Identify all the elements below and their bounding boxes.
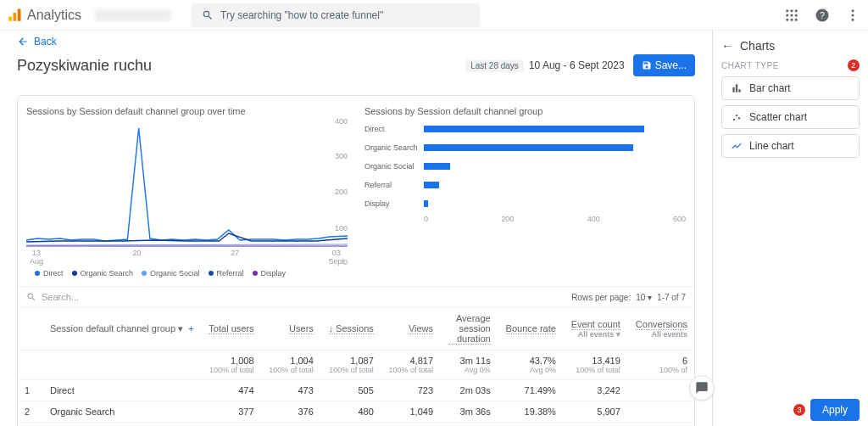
svg-rect-1: [14, 13, 17, 21]
svg-point-3: [786, 9, 788, 12]
bar-row: Display: [364, 194, 686, 213]
bar-chart-icon: [731, 82, 743, 94]
feedback-button[interactable]: [689, 375, 715, 401]
svg-point-4: [791, 9, 793, 12]
bar-chart: DirectOrganic SearchOrganic SocialReferr…: [364, 120, 686, 213]
svg-point-9: [786, 18, 788, 20]
chart-legend: DirectOrganic SearchOrganic SocialReferr…: [26, 264, 348, 286]
legend-item[interactable]: Organic Search: [72, 269, 134, 277]
table-search[interactable]: Search...: [26, 292, 565, 302]
chart-type-scatter[interactable]: Scatter chart: [721, 105, 860, 129]
annotation-badge-3: 3: [793, 404, 805, 416]
chart-type-bar[interactable]: Bar chart: [721, 76, 860, 100]
more-icon[interactable]: [844, 7, 861, 24]
date-preset-pill[interactable]: Last 28 days: [465, 59, 524, 72]
line-chart: 400 300 200 100 0: [26, 120, 348, 264]
add-dimension-button[interactable]: +: [188, 323, 193, 334]
bar-chart-title: Sessions by Session default channel grou…: [364, 106, 686, 116]
account-selector[interactable]: [95, 9, 171, 21]
svg-rect-2: [18, 8, 21, 20]
panel-back-button[interactable]: ←: [721, 39, 733, 53]
charts-side-panel: ← Charts CHART TYPE 2 Bar chart Scatter …: [712, 31, 868, 426]
svg-point-14: [852, 9, 854, 12]
main-content: Back Pozyskiwanie ruchu Last 28 days 10 …: [0, 31, 712, 426]
annotation-badge-2: 2: [848, 59, 860, 71]
legend-item[interactable]: Direct: [35, 269, 64, 277]
bar-row: Referral: [364, 176, 686, 194]
back-label: Back: [34, 36, 57, 48]
svg-point-15: [852, 14, 854, 16]
date-range[interactable]: 10 Aug - 6 Sept 2023: [529, 59, 625, 71]
app-logo: Analytics: [7, 8, 81, 23]
search-icon: [26, 292, 36, 302]
svg-point-10: [791, 18, 793, 20]
rows-per-page-select[interactable]: 10 ▾: [636, 293, 652, 302]
svg-point-6: [786, 14, 788, 16]
search-icon: [202, 9, 214, 21]
help-icon[interactable]: ?: [814, 7, 831, 24]
legend-item[interactable]: Organic Social: [142, 269, 200, 277]
dimension-picker[interactable]: Session default channel group ▾: [50, 323, 183, 334]
app-name: Analytics: [27, 8, 81, 23]
global-search[interactable]: Try searching "how to create funnel": [192, 3, 480, 27]
svg-rect-0: [8, 16, 12, 20]
svg-point-22: [736, 115, 737, 116]
svg-point-11: [795, 18, 798, 20]
svg-rect-20: [738, 89, 740, 92]
svg-rect-19: [736, 84, 737, 92]
panel-title: Charts: [740, 39, 775, 53]
app-header: Analytics Try searching "how to create f…: [0, 0, 868, 31]
pagination-info: 1-7 of 7: [657, 293, 686, 302]
svg-text:?: ?: [820, 9, 825, 20]
summary-row: 1,008100% of total 1,004100% of total 1,…: [18, 350, 694, 380]
chart-type-line[interactable]: Line chart: [721, 134, 860, 158]
scatter-chart-icon: [731, 111, 743, 123]
save-icon: [642, 60, 652, 70]
table-row[interactable]: 3Organic Social3939601178m 37s15%683: [18, 423, 694, 427]
legend-item[interactable]: Referral: [209, 269, 244, 277]
svg-point-23: [738, 117, 740, 119]
chat-icon: [695, 381, 709, 395]
bar-row: Organic Search: [364, 138, 686, 157]
svg-point-5: [795, 9, 798, 12]
report-card: Sessions by Session default channel grou…: [17, 95, 695, 426]
bar-row: Organic Social: [364, 157, 686, 176]
search-placeholder: Try searching "how to create funnel": [220, 9, 383, 21]
svg-point-8: [795, 14, 798, 16]
apply-button[interactable]: Apply: [810, 399, 860, 421]
svg-rect-18: [732, 87, 734, 92]
line-chart-title: Sessions by Session default channel grou…: [26, 106, 348, 116]
data-table: Session default channel group ▾ + Total …: [18, 307, 694, 426]
table-row[interactable]: 1Direct4744735057232m 03s71.49%3,242: [18, 380, 694, 401]
apps-icon[interactable]: [783, 7, 800, 24]
svg-point-16: [852, 18, 854, 20]
page-title: Pozyskiwanie ruchu: [17, 57, 152, 75]
svg-point-7: [791, 14, 793, 16]
back-button[interactable]: Back: [0, 31, 712, 53]
bar-row: Direct: [364, 120, 686, 138]
analytics-logo-icon: [7, 8, 22, 23]
line-chart-icon: [731, 140, 743, 152]
back-arrow-icon: [17, 36, 29, 48]
save-button[interactable]: Save...: [633, 54, 695, 76]
legend-item[interactable]: Display: [253, 269, 287, 277]
svg-point-21: [733, 119, 735, 121]
table-row[interactable]: 2Organic Search3773764801,0493m 36s19.38…: [18, 401, 694, 423]
